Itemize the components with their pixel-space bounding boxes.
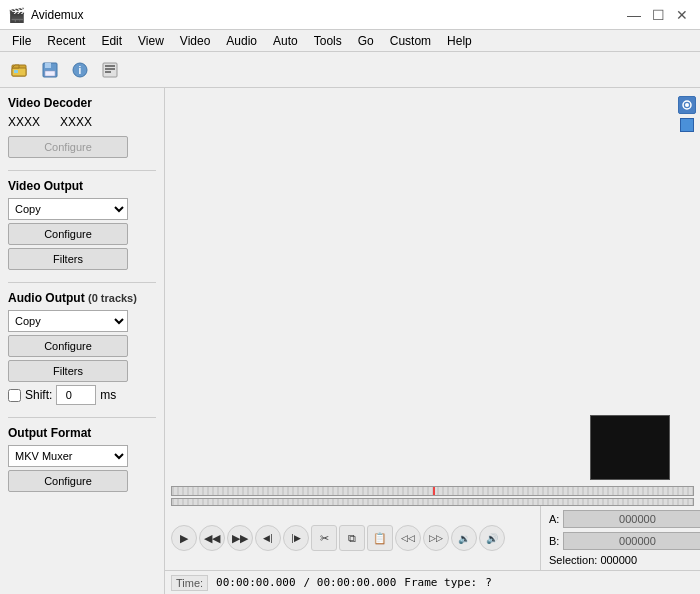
audio-output-filters-button[interactable]: Filters — [8, 360, 128, 382]
maximize-button[interactable]: ☐ — [648, 5, 668, 25]
info-toolbar-button[interactable]: i — [66, 56, 94, 84]
copy-button[interactable]: ⧉ — [339, 525, 365, 551]
close-button[interactable]: ✕ — [672, 5, 692, 25]
save-icon — [41, 61, 59, 79]
vol-down-button[interactable]: 🔉 — [451, 525, 477, 551]
output-format-configure-button[interactable]: Configure — [8, 470, 128, 492]
menu-item-edit[interactable]: Edit — [93, 32, 130, 50]
svg-point-13 — [685, 103, 689, 107]
decoder-row: XXXX XXXX — [8, 115, 156, 129]
video-output-select[interactable]: Copyx264x265MPEG-4 ASP — [8, 198, 128, 220]
next-keyframe-button[interactable]: ▷▷ — [423, 525, 449, 551]
fast-forward-button[interactable]: ▶▶ — [227, 525, 253, 551]
selection-label: Selection: 000000 — [549, 554, 637, 566]
b-value-field[interactable] — [563, 532, 700, 550]
menu-bar: FileRecentEditViewVideoAudioAutoToolsGoC… — [0, 30, 700, 52]
audio-output-configure-button[interactable]: Configure — [8, 335, 128, 357]
menu-item-video[interactable]: Video — [172, 32, 218, 50]
main-content: Video Decoder XXXX XXXX Configure Video … — [0, 88, 700, 594]
play-button[interactable]: ▶ — [171, 525, 197, 551]
decoder-col1: XXXX — [8, 115, 40, 129]
rewind-button[interactable]: ◀◀ — [199, 525, 225, 551]
separator2 — [8, 282, 156, 283]
video-output-configure-button[interactable]: Configure — [8, 223, 128, 245]
script-icon — [101, 61, 119, 79]
selection-row: Selection: 000000 — [549, 554, 692, 566]
b-label: B: — [549, 535, 559, 547]
video-output-filters-button[interactable]: Filters — [8, 248, 128, 270]
video-decoder-configure-button[interactable]: Configure — [8, 136, 128, 158]
open-toolbar-button[interactable] — [6, 56, 34, 84]
frame-type-value: ? — [485, 576, 492, 589]
preview-box — [590, 415, 670, 480]
svg-rect-4 — [45, 63, 51, 68]
video-output-section: Video Output Copyx264x265MPEG-4 ASP Conf… — [8, 179, 156, 270]
menu-item-auto[interactable]: Auto — [265, 32, 306, 50]
app-icon: 🎬 — [8, 7, 25, 23]
title-controls: — ☐ ✕ — [624, 5, 692, 25]
video-decoder-title: Video Decoder — [8, 96, 156, 110]
decoder-col2: XXXX — [60, 115, 92, 129]
seek-bar-top-indicator — [433, 487, 435, 495]
svg-rect-5 — [45, 71, 55, 76]
right-panel: ▶ ◀◀ ▶▶ ◀| |▶ ✂ ⧉ 📋 ◁◁ ▷▷ 🔉 🔊 A: — [165, 88, 700, 594]
time-label: Time: — [171, 575, 208, 591]
a-row: A: — [549, 510, 692, 528]
output-format-title: Output Format — [8, 426, 156, 440]
svg-rect-8 — [103, 63, 117, 77]
shift-checkbox[interactable] — [8, 389, 21, 402]
preview-area — [165, 88, 700, 484]
shift-input[interactable] — [56, 385, 96, 405]
shift-label: Shift: — [25, 388, 52, 402]
title-bar: 🎬 Avidemux — ☐ ✕ — [0, 0, 700, 30]
prev-keyframe-button[interactable]: ◁◁ — [395, 525, 421, 551]
ab-controls: A: B: Selection: 000000 — [540, 506, 700, 570]
output-format-select[interactable]: MKV MuxerMP4 MuxerAVI Muxer — [8, 445, 128, 467]
menu-item-help[interactable]: Help — [439, 32, 480, 50]
slider-indicator — [680, 118, 694, 132]
menu-item-go[interactable]: Go — [350, 32, 382, 50]
output-format-section: Output Format MKV MuxerMP4 MuxerAVI Muxe… — [8, 426, 156, 492]
separator1 — [8, 170, 156, 171]
menu-item-recent[interactable]: Recent — [39, 32, 93, 50]
open-icon — [11, 61, 29, 79]
camera-icon — [682, 100, 692, 110]
slider-area — [676, 92, 698, 132]
toolbar: i — [0, 52, 700, 88]
menu-item-custom[interactable]: Custom — [382, 32, 439, 50]
menu-item-view[interactable]: View — [130, 32, 172, 50]
menu-item-tools[interactable]: Tools — [306, 32, 350, 50]
b-row: B: — [549, 532, 692, 550]
audio-output-title: Audio Output (0 tracks) — [8, 291, 156, 305]
info-icon: i — [71, 61, 89, 79]
status-bar: Time: 00:00:00.000 / 00:00:00.000 Frame … — [165, 570, 700, 594]
left-panel: Video Decoder XXXX XXXX Configure Video … — [0, 88, 165, 594]
audio-output-select[interactable]: CopyAACMP3AC3 — [8, 310, 128, 332]
paste-button[interactable]: 📋 — [367, 525, 393, 551]
slider-top-btn[interactable] — [678, 96, 696, 114]
transport-ab-row: ▶ ◀◀ ▶▶ ◀| |▶ ✂ ⧉ 📋 ◁◁ ▷▷ 🔉 🔊 A: — [165, 506, 700, 570]
frame-label: / 00:00:00.000 — [304, 576, 397, 589]
video-output-title: Video Output — [8, 179, 156, 193]
vol-up-button[interactable]: 🔊 — [479, 525, 505, 551]
cut-button[interactable]: ✂ — [311, 525, 337, 551]
minimize-button[interactable]: — — [624, 5, 644, 25]
prev-frame-button[interactable]: ◀| — [255, 525, 281, 551]
save-toolbar-button[interactable] — [36, 56, 64, 84]
seek-bar-top[interactable] — [171, 486, 694, 496]
video-decoder-section: Video Decoder XXXX XXXX Configure — [8, 96, 156, 158]
title-left: 🎬 Avidemux — [8, 7, 83, 23]
separator3 — [8, 417, 156, 418]
audio-output-subtitle: (0 tracks) — [88, 292, 137, 304]
a-value-field[interactable] — [563, 510, 700, 528]
shift-unit: ms — [100, 388, 116, 402]
menu-item-audio[interactable]: Audio — [218, 32, 265, 50]
script-toolbar-button[interactable] — [96, 56, 124, 84]
next-frame-button[interactable]: |▶ — [283, 525, 309, 551]
seek-bar-bottom[interactable] — [171, 498, 694, 506]
audio-output-section: Audio Output (0 tracks) CopyAACMP3AC3 Co… — [8, 291, 156, 405]
shift-row: Shift: ms — [8, 385, 156, 405]
menu-item-file[interactable]: File — [4, 32, 39, 50]
time-value: 00:00:00.000 — [216, 576, 295, 589]
selection-value: 000000 — [600, 554, 637, 566]
